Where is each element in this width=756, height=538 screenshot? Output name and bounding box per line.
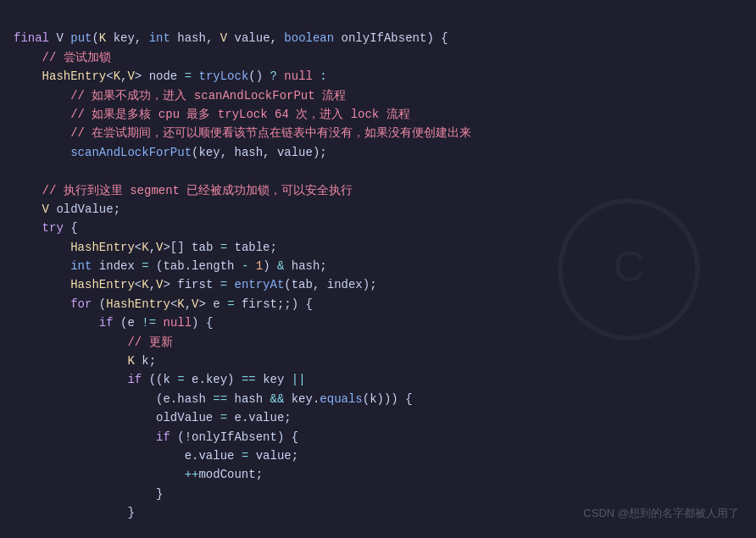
- comment-zh-4: // 在尝试期间，还可以顺便看该节点在链表中有没有，如果没有便创建出来: [70, 126, 471, 140]
- code-container: final V put(K key, int hash, V value, bo…: [14, 10, 742, 523]
- comment-zh-3: // 如果是多核 cpu 最多 tryLock 64 次，进入 lock 流程: [70, 108, 409, 121]
- comment-zh-2: // 如果不成功，进入 scanAndLockForPut 流程: [70, 89, 346, 103]
- watermark: CSDN @想到的名字都被人用了: [583, 505, 739, 523]
- comment-zh-1: // 尝试加锁: [42, 51, 111, 64]
- comment-zh-5: // 执行到这里 segment 已经被成功加锁，可以安全执行: [42, 184, 353, 197]
- method-put: put: [70, 31, 92, 45]
- comment-zh-6: // 更新: [127, 336, 172, 349]
- keyword-final: final: [14, 31, 49, 45]
